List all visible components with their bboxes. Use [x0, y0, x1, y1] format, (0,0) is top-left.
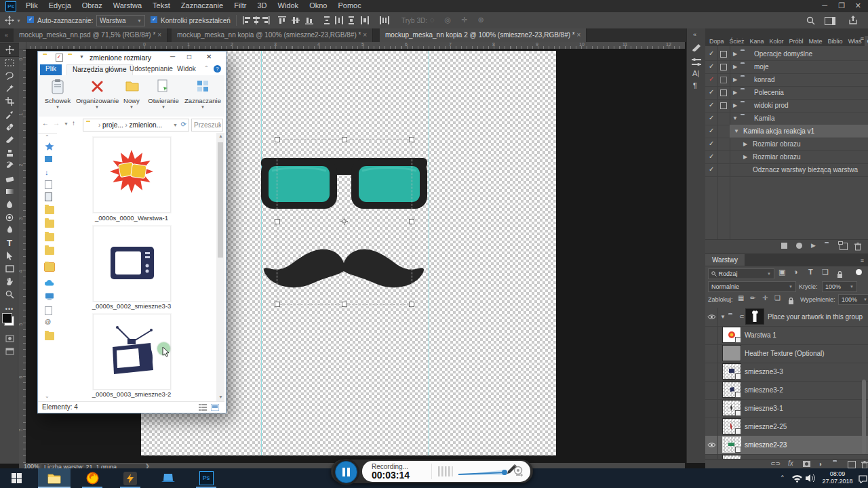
scroll-thumb[interactable] [218, 142, 223, 258]
taskbar-capture-app[interactable] [114, 468, 146, 488]
eye-icon[interactable] [707, 442, 716, 448]
status-caret-icon[interactable]: ❯ [145, 463, 150, 468]
menu-edycja[interactable]: Edycja [43, 0, 77, 11]
taskbar-recorder-app[interactable] [152, 468, 184, 488]
explorer-minimize-icon[interactable]: ─ [170, 53, 175, 60]
action-row[interactable]: ✓▶widoki prod [705, 99, 868, 113]
auto-select-target-dropdown[interactable]: Warstwa▼ [96, 15, 145, 26]
zoom-level[interactable]: 100% [24, 463, 39, 468]
action-row[interactable]: ✓▶Operacje domyślne [705, 47, 868, 61]
ps-restore-icon[interactable]: ❐ [838, 1, 845, 10]
recent-caret-icon[interactable]: ▼ [64, 121, 68, 126]
tool-history-brush[interactable] [0, 159, 19, 172]
taskbar-photoshop[interactable]: Ps [190, 468, 222, 488]
recording-toolbar[interactable]: Recording... 00:03:14 [331, 460, 533, 483]
trash-icon[interactable] [854, 241, 861, 253]
back-icon[interactable]: ← [42, 119, 49, 127]
layer-row[interactable]: smieszne3-2 [705, 381, 868, 400]
folder-icon[interactable] [45, 233, 54, 241]
tool-pen[interactable] [0, 224, 19, 237]
panel-menu-icon[interactable]: ≡ [861, 257, 864, 264]
tool-type[interactable]: T [0, 237, 19, 249]
filter-pixel-icon[interactable]: ▣ [778, 268, 785, 277]
filter-toggle[interactable] [856, 269, 862, 275]
explorer-maximize-icon[interactable]: □ [187, 53, 191, 60]
new-layer-icon[interactable] [848, 461, 856, 468]
up-icon[interactable]: ↑ [72, 119, 75, 127]
tool-gradient[interactable] [0, 185, 19, 198]
ribbon-tab-share[interactable]: Udostępnianie [130, 65, 173, 73]
pen-tool-icon[interactable] [505, 464, 517, 480]
layer-thumbnail[interactable] [723, 346, 741, 361]
foreground-color-swatch[interactable] [2, 313, 12, 323]
documents-icon[interactable] [45, 180, 52, 189]
layer-row-group[interactable]: ▼ ⊂ Place your artwork in this group [705, 308, 868, 327]
transform-center-point[interactable] [340, 218, 348, 225]
layer-row[interactable]: smieszne3-1 [705, 399, 868, 418]
onedrive-cloud-icon[interactable] [45, 279, 54, 287]
layer-row[interactable]: smieszne2-25 [705, 418, 868, 436]
layer-row[interactable]: Warstwa 1 [705, 326, 868, 345]
tool-quick-selection[interactable] [0, 82, 19, 95]
file-list[interactable]: _0000s_0000_Warstwa-1 _0000s_0002_smiesz… [57, 133, 216, 401]
character-panel-icon[interactable]: A| [692, 69, 699, 77]
layer-filter-dropdown[interactable]: Rodzaj▼ [708, 268, 774, 279]
search-icon[interactable] [806, 16, 815, 26]
view-thumbs-icon[interactable] [211, 404, 219, 412]
tool-brush[interactable] [0, 134, 19, 146]
layer-row-selected[interactable]: smieszne2-23 [705, 436, 868, 455]
explorer-titlebar[interactable]: ✓ ▼ zmienione rozmiary ─ □ ✕ [38, 52, 224, 64]
current-folder-icon[interactable] [45, 263, 54, 271]
clock[interactable]: 08:0927.07.2018 [819, 470, 856, 485]
align-icons[interactable] [243, 16, 316, 24]
tab-close-icon[interactable]: × [157, 31, 161, 39]
nav-pane[interactable]: ⌃ ↓ @ ⌄ [38, 133, 58, 401]
tool-path-select[interactable] [0, 249, 19, 262]
help-icon[interactable]: ? [214, 65, 221, 73]
qat-customize-caret-icon[interactable]: ▼ [79, 54, 84, 59]
tool-clone-stamp[interactable] [0, 146, 19, 159]
tool-healing-brush[interactable] [0, 121, 19, 134]
guide-right[interactable] [429, 51, 429, 455]
folder-icon[interactable] [45, 332, 54, 340]
taskbar-explorer-active[interactable] [38, 468, 71, 488]
scroll-up-icon[interactable]: ▲ [218, 134, 223, 138]
lock-all-icon[interactable] [788, 296, 794, 308]
transform-handle-nw[interactable] [275, 137, 280, 142]
tab-warstwy-active[interactable]: Warstwy [705, 254, 745, 266]
folder-icon[interactable] [45, 247, 54, 255]
layer-thumbnail[interactable] [723, 327, 741, 342]
ps-close-icon[interactable]: ✕ [855, 1, 861, 10]
file-card-1[interactable] [93, 137, 171, 213]
menu-okno[interactable]: Okno [304, 0, 332, 11]
action-row[interactable]: ✓▶Rozmiar obrazu [705, 138, 868, 151]
menu-filtr[interactable]: Filtr [229, 0, 252, 11]
doc-tab-3-active[interactable]: mockup_meska_nn kopia 2 @ 100% (smieszne… [380, 28, 587, 42]
qat-properties-icon[interactable]: ✓ [56, 54, 63, 62]
action-row[interactable]: ✓▶Polecenia [705, 86, 868, 100]
nav-scroll-down-icon[interactable]: ⌄ [45, 393, 50, 399]
file-name[interactable]: _0000s_0002_smieszne3-3 [71, 302, 193, 310]
nav-scroll-up-icon[interactable]: ⌃ [45, 134, 50, 140]
file-card-2[interactable] [93, 226, 171, 302]
transform-controls-checkbox[interactable]: ✓ [151, 16, 157, 23]
explorer-close-icon[interactable]: ✕ [206, 53, 212, 60]
link-layers-icon[interactable]: ⊂⊃ [770, 460, 781, 467]
forward-icon[interactable]: → [53, 119, 60, 127]
workspace-icon[interactable] [825, 17, 835, 25]
record-icon[interactable] [796, 243, 802, 249]
eye-icon[interactable] [707, 314, 716, 320]
doc-tab-1[interactable]: mockup_meska_nn.psd @ 71,5% (RGB/8#) * × [14, 28, 167, 42]
tab-close-icon[interactable]: × [577, 31, 581, 39]
tab-overflow-icon[interactable]: « [5, 32, 8, 39]
tool-smudge[interactable] [0, 198, 19, 211]
tray-expand-icon[interactable]: ⌃ [780, 474, 785, 481]
layer-row[interactable]: Heather Texture (Optional) [705, 344, 868, 363]
layer-row-partial[interactable] [705, 454, 868, 459]
menu-obraz[interactable]: Obraz [77, 0, 108, 11]
transform-handle-se[interactable] [409, 302, 414, 307]
pause-button[interactable] [335, 461, 357, 483]
action-row[interactable]: ✓▼Kamila [705, 112, 868, 125]
lock-transparent-icon[interactable]: ▦ [738, 294, 744, 302]
doc-tab-2[interactable]: mockup_meska_nn kopia @ 100% (smieszne2-… [172, 28, 373, 42]
